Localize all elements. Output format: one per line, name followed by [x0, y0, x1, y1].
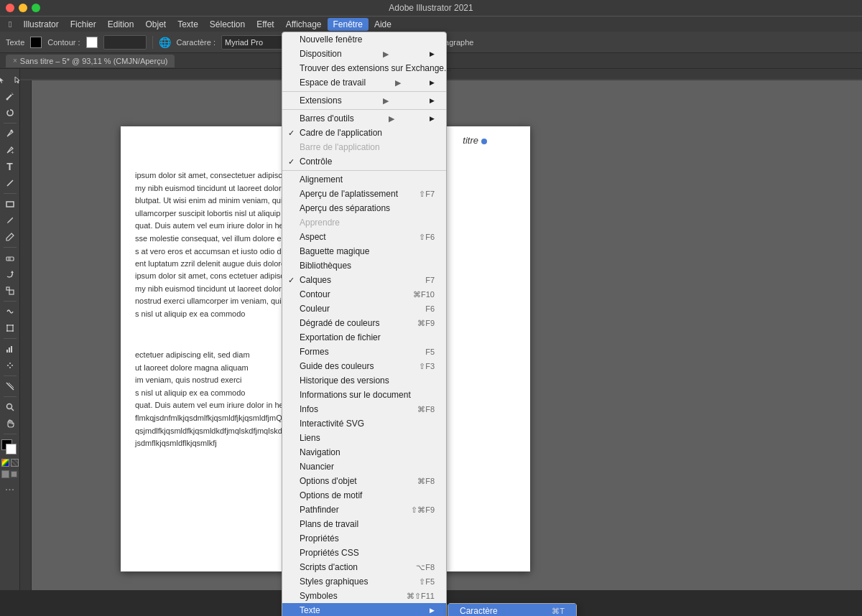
- fenetre-guide-couleurs[interactable]: Guide des couleurs ⇧F3: [282, 359, 446, 373]
- svg-point-18: [6, 330, 8, 332]
- menu-affichage[interactable]: Affichage: [280, 18, 328, 31]
- zoom-tool-button[interactable]: [2, 399, 18, 415]
- menu-fenetre[interactable]: Fenêtre: [328, 18, 369, 31]
- menu-aide[interactable]: Aide: [369, 18, 397, 31]
- magic-wand-button[interactable]: [2, 88, 18, 104]
- fenetre-apercu-aplatissement[interactable]: Aperçu de l'aplatissement ⇧F7: [282, 187, 446, 201]
- caractere-label: Caractère :: [177, 38, 216, 47]
- line-tool-button[interactable]: [2, 175, 18, 191]
- fenetre-disposition[interactable]: Disposition ▶: [282, 47, 446, 61]
- svg-rect-10: [8, 257, 11, 261]
- sep-2: [282, 109, 446, 110]
- svg-marker-3: [11, 93, 14, 95]
- gradient-swatch[interactable]: [1, 459, 9, 467]
- screen-mode-2[interactable]: [10, 470, 18, 478]
- vertical-ruler: [20, 80, 32, 590]
- fenetre-bibliotheques[interactable]: Bibliothèques: [282, 258, 446, 273]
- hand-tool-button[interactable]: [2, 416, 18, 431]
- rectangle-tool-button[interactable]: [2, 196, 18, 212]
- fenetre-couleur[interactable]: Couleur F6: [282, 302, 446, 316]
- fenetre-nuancier[interactable]: Nuancier: [282, 459, 446, 474]
- symbol-sprayer-button[interactable]: [2, 358, 18, 373]
- background-color[interactable]: [6, 444, 17, 454]
- fenetre-controle[interactable]: Contrôle: [282, 154, 446, 169]
- fenetre-extensions-exchange[interactable]: Trouver des extensions sur Exchange...: [282, 61, 446, 75]
- fenetre-exportation-fichier[interactable]: Exportation de fichier: [282, 330, 446, 345]
- fenetre-apercu-separations[interactable]: Aperçu des séparations: [282, 201, 446, 215]
- contour-label: Contour :: [47, 38, 80, 47]
- fenetre-contour[interactable]: Contour ⌘F10: [282, 287, 446, 302]
- fenetre-degrade-couleurs[interactable]: Dégradé de couleurs ⌘F9: [282, 316, 446, 330]
- fenetre-pathfinder[interactable]: Pathfinder ⇧⌘F9: [282, 503, 446, 517]
- fenetre-nouvelle-fenetre[interactable]: Nouvelle fenêtre: [282, 32, 446, 47]
- tool-sep-1: [4, 123, 17, 123]
- warp-tool-button[interactable]: [2, 304, 18, 319]
- free-transform-button[interactable]: [2, 320, 18, 336]
- menu-effet[interactable]: Effet: [251, 18, 279, 31]
- texte-caractere[interactable]: Caractère ⌘T: [448, 604, 576, 616]
- menu-apple[interactable]: : [3, 18, 17, 31]
- slice-tool-button[interactable]: [2, 378, 18, 394]
- fenetre-cadre-application[interactable]: Cadre de l'application: [282, 126, 446, 140]
- pencil-tool-button[interactable]: [2, 229, 18, 245]
- menu-objet[interactable]: Objet: [139, 18, 172, 31]
- fenetre-interactivite-svg[interactable]: Interactivité SVG: [282, 416, 446, 431]
- fenetre-options-motif[interactable]: Options de motif: [282, 488, 446, 503]
- fenetre-styles-graphiques[interactable]: Styles graphiques ⇧F5: [282, 574, 446, 589]
- fenetre-apprendre: Apprendre: [282, 215, 446, 230]
- fenetre-proprietes[interactable]: Propriétés: [282, 531, 446, 546]
- fenetre-scripts-action[interactable]: Scripts d'action ⌥F8: [282, 560, 446, 574]
- texte-submenu: Caractère ⌘T Glyphes OpenType ⌥⌘T Paragr…: [448, 603, 577, 616]
- fenetre-extensions[interactable]: Extensions ▶: [282, 93, 446, 108]
- lasso-tool-button[interactable]: [2, 105, 18, 121]
- menu-fichier[interactable]: Fichier: [65, 18, 102, 31]
- svg-line-30: [11, 409, 14, 411]
- fenetre-espace-travail[interactable]: Espace de travail ▶: [282, 75, 446, 90]
- fenetre-proprietes-css[interactable]: Propriétés CSS: [282, 546, 446, 560]
- fenetre-formes[interactable]: Formes F5: [282, 345, 446, 359]
- fenetre-barres-outils[interactable]: Barres d'outils ▶: [282, 111, 446, 126]
- document-tab[interactable]: × Sans titre – 5* @ 93,11 % (CMJN/Aperçu…: [6, 55, 175, 67]
- stroke-width-input[interactable]: [103, 35, 147, 50]
- fenetre-plans-travail[interactable]: Plans de travail: [282, 517, 446, 531]
- stroke-color-swatch[interactable]: [86, 37, 98, 48]
- tool-sep-4: [4, 301, 17, 302]
- close-button[interactable]: [6, 4, 14, 12]
- fenetre-liens[interactable]: Liens: [282, 431, 446, 445]
- more-tools-button[interactable]: ···: [2, 482, 18, 498]
- eraser-tool-button[interactable]: [2, 250, 18, 266]
- add-anchor-button[interactable]: +: [2, 142, 18, 158]
- fenetre-calques[interactable]: Calques F7: [282, 273, 446, 287]
- tab-close-button[interactable]: ×: [13, 57, 17, 65]
- chart-tool-button[interactable]: [2, 341, 18, 357]
- fenetre-historique-versions[interactable]: Historique des versions: [282, 373, 446, 388]
- scale-tool-button[interactable]: [2, 283, 18, 299]
- svg-line-14: [9, 289, 10, 291]
- paintbrush-tool-button[interactable]: [2, 213, 18, 228]
- fenetre-aspect[interactable]: Aspect ⇧F6: [282, 230, 446, 244]
- svg-point-26: [9, 367, 11, 368]
- fenetre-texte[interactable]: Texte Caractère ⌘T Glyphes OpenType ⌥⌘T …: [282, 603, 446, 616]
- fenetre-navigation[interactable]: Navigation: [282, 445, 446, 459]
- fill-color-swatch[interactable]: [30, 37, 42, 48]
- menu-edition[interactable]: Edition: [102, 18, 140, 31]
- rotate-tool-button[interactable]: [2, 266, 18, 282]
- direct-selection-tool-button[interactable]: [10, 72, 20, 88]
- fenetre-options-objet[interactable]: Options d'objet ⌘F8: [282, 474, 446, 488]
- fenetre-symboles[interactable]: Symboles ⌘⇧F11: [282, 589, 446, 603]
- fenetre-alignement[interactable]: Alignement: [282, 172, 446, 187]
- menu-illustrator[interactable]: Illustrator: [17, 18, 64, 31]
- fenetre-infos-document[interactable]: Informations sur le document: [282, 388, 446, 402]
- fenetre-infos[interactable]: Infos ⌘F8: [282, 402, 446, 416]
- maximize-button[interactable]: [32, 4, 40, 12]
- minimize-button[interactable]: [19, 4, 27, 12]
- menu-texte[interactable]: Texte: [172, 18, 204, 31]
- fenetre-baguette-magique[interactable]: Baguette magique: [282, 244, 446, 258]
- svg-point-25: [11, 365, 13, 366]
- menu-selection[interactable]: Sélection: [204, 18, 251, 31]
- selection-tool-button[interactable]: [0, 72, 9, 88]
- type-tool-button[interactable]: T: [2, 159, 18, 174]
- screen-mode-1[interactable]: [1, 470, 9, 478]
- pen-tool-button[interactable]: [2, 126, 18, 141]
- none-swatch[interactable]: [11, 459, 19, 467]
